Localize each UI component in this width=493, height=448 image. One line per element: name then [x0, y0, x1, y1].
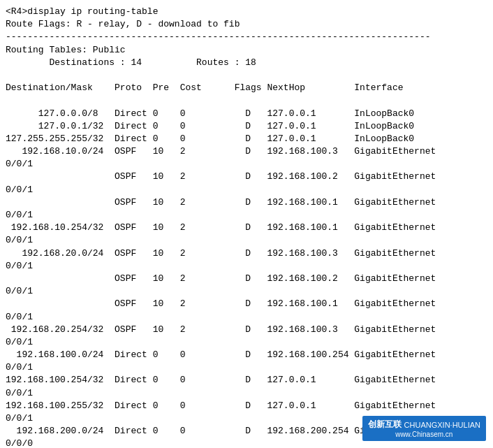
watermark-subtitle: CHUANGXIN·HULIAN — [404, 421, 480, 429]
watermark: 创新互联 CHUANGXIN·HULIAN www.Chinasem.cn — [362, 416, 486, 441]
watermark-logo: 创新互联 — [368, 419, 402, 431]
terminal-output: <R4>display ip routing-table Route Flags… — [6, 6, 487, 448]
watermark-url: www.Chinasem.cn — [368, 431, 480, 438]
